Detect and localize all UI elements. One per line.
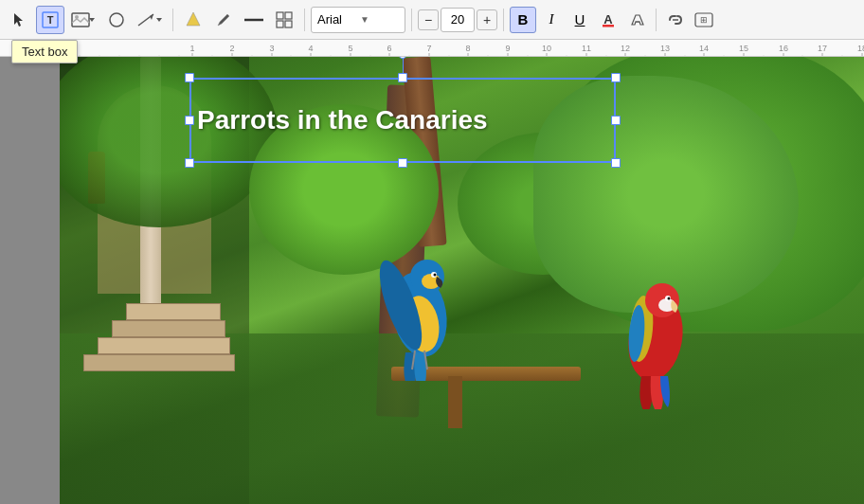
svg-marker-9 [156,18,162,22]
svg-rect-12 [277,12,283,19]
separator-5 [656,9,657,31]
textbox-tool-button[interactable]: T [36,6,64,34]
font-size-input[interactable] [441,8,475,32]
svg-text:9: 9 [505,44,510,53]
ruler-svg: 1 2 3 4 5 6 7 8 9 10 11 12 13 14 15 16 1… [60,40,864,57]
grid-button[interactable] [270,6,298,34]
toolbar: T [0,0,864,40]
svg-text:T: T [47,14,54,26]
italic-button[interactable]: I [538,7,565,33]
svg-text:⊞: ⊞ [700,15,708,25]
highlight-button[interactable] [623,7,650,33]
handle-top-mid[interactable] [398,73,407,82]
font-selector[interactable]: Arial ▼ [311,7,405,33]
svg-text:3: 3 [269,44,274,53]
stroke-color-button[interactable] [209,6,238,34]
handle-bottom-right[interactable] [611,158,621,168]
svg-text:5: 5 [348,44,352,53]
handle-bottom-mid[interactable] [398,158,407,168]
textbox-tooltip: Text box [11,40,78,63]
svg-point-88 [434,274,437,277]
svg-text:16: 16 [779,44,788,53]
svg-rect-14 [277,21,283,27]
svg-text:17: 17 [818,44,827,53]
image-tool-button[interactable] [66,6,100,34]
svg-text:14: 14 [699,44,709,53]
svg-text:7: 7 [426,44,431,53]
link-button[interactable] [662,7,689,33]
svg-text:18: 18 [857,44,864,53]
text-box-heading[interactable]: Parrots in the Canaries [197,105,488,135]
svg-marker-0 [14,13,23,27]
svg-text:10: 10 [542,44,551,53]
svg-text:1: 1 [189,44,194,53]
platform-leg [448,376,462,428]
special-char-button[interactable]: ⊞ [691,7,717,33]
parrot-red-svg [603,258,708,409]
bold-button[interactable]: B [510,7,536,33]
svg-text:6: 6 [387,44,391,53]
svg-marker-10 [187,12,200,26]
separator-3 [411,9,412,31]
svg-text:15: 15 [739,44,748,53]
svg-text:13: 13 [660,44,670,53]
stairs-area [83,286,235,371]
select-tool-button[interactable] [6,6,34,34]
svg-rect-17 [603,25,614,27]
canvas-area[interactable]: Parrots in the Canaries [0,57,864,504]
svg-rect-13 [285,12,292,19]
svg-text:A: A [603,12,613,27]
text-box-container[interactable]: Parrots in the Canaries [189,78,616,163]
svg-text:4: 4 [308,44,313,53]
font-selector-chevron: ▼ [360,14,399,25]
parrot-blue-svg [372,229,486,381]
fill-color-button[interactable] [179,6,207,34]
text-color-button[interactable]: A [595,7,621,33]
canvas-left-margin [0,57,60,504]
separator-1 [172,9,173,31]
svg-text:2: 2 [229,44,234,53]
text-box-content-area[interactable]: Parrots in the Canaries [197,85,608,155]
font-name-label: Arial [317,12,356,27]
separator-2 [304,9,305,31]
handle-bottom-left[interactable] [185,158,194,168]
ruler: 1 2 3 4 5 6 7 8 9 10 11 12 13 14 15 16 1… [0,40,864,57]
svg-marker-5 [89,18,95,22]
svg-point-97 [668,297,671,300]
handle-top-left[interactable] [185,73,194,82]
handle-mid-right[interactable] [611,116,621,125]
svg-rect-15 [285,21,292,27]
svg-text:11: 11 [582,44,591,53]
shape-tool-button[interactable] [102,6,131,34]
font-size-group: − + [418,8,497,32]
separator-4 [503,9,504,31]
line-tool-button[interactable] [133,6,167,34]
handle-top-right[interactable] [611,73,621,82]
handle-mid-left[interactable] [185,116,194,125]
svg-point-6 [110,13,123,27]
svg-text:8: 8 [465,44,470,53]
underline-button[interactable]: U [567,7,593,33]
svg-text:12: 12 [621,44,630,53]
border-style-button[interactable] [240,6,268,34]
font-size-increase-button[interactable]: + [477,9,497,30]
font-size-decrease-button[interactable]: − [418,9,439,30]
